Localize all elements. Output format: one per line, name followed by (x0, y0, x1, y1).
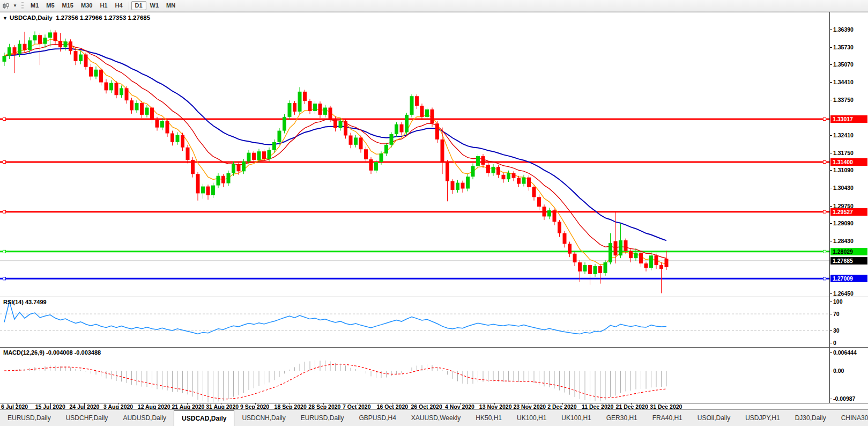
toolbar-drag-grip[interactable] (21, 2, 24, 10)
hline-handle[interactable] (3, 117, 6, 120)
price-axis-tick (830, 206, 832, 207)
timeframe-button-m5[interactable]: M5 (42, 1, 58, 10)
timeframe-button-d1[interactable]: D1 (131, 1, 146, 10)
window-menu-triangle-icon[interactable]: ▼ (3, 16, 8, 21)
hline-handle[interactable] (824, 160, 826, 163)
price-axis-tick-label: 1.30430 (833, 185, 854, 191)
candlestick-chart-icon[interactable] (1, 2, 11, 10)
candle-body-bull (323, 108, 327, 115)
candle-body-bear (614, 241, 618, 255)
candle-body-bull (257, 151, 261, 160)
ma-fast-line (4, 39, 666, 265)
timeframe-button-m30[interactable]: M30 (77, 1, 96, 10)
candle-body-bear (333, 119, 337, 128)
hline-handle[interactable] (3, 210, 6, 213)
candle-body-bear (89, 67, 93, 77)
candle-body-bull (160, 121, 164, 127)
symbol-tab-ger30-h1[interactable]: GER30,H1 (599, 410, 645, 426)
candle-body-bull (8, 47, 11, 56)
rsi-indicator-canvas[interactable] (0, 297, 829, 347)
candle-body-bull (507, 173, 510, 179)
hline-handle[interactable] (824, 277, 826, 280)
chart-type-dropdown-caret-icon[interactable]: ▼ (12, 3, 18, 8)
candle-body-bear (527, 178, 531, 187)
symbol-tab-dj30-daily[interactable]: DJ30,Daily (788, 410, 834, 426)
hline-1.29527[interactable] (0, 210, 829, 213)
macd-indicator-canvas[interactable] (0, 348, 829, 403)
symbol-tab-usdcad-daily[interactable]: USDCAD,Daily (174, 410, 234, 426)
symbol-tab-eurusd-daily[interactable]: EURUSD,Daily (293, 410, 352, 426)
symbol-tab-gbpusd-h4[interactable]: GBPUSD,H4 (351, 410, 403, 426)
hline-handle[interactable] (3, 160, 6, 163)
candle-body-bear (517, 178, 521, 184)
candle-body-bear (69, 41, 72, 51)
candle-body-bear (598, 266, 602, 273)
hline-handle[interactable] (824, 117, 826, 120)
candle-body-bull (384, 145, 388, 153)
rsi-line (4, 302, 666, 334)
symbol-tab-usdjpy-h1[interactable]: USDJPY,H1 (738, 410, 787, 426)
rsi-axis-tick (830, 330, 832, 331)
candle-body-bull (268, 150, 271, 159)
candle-body-bear (441, 139, 444, 162)
symbol-tab-fra40-h1[interactable]: FRA40,H1 (645, 410, 690, 426)
main-price-chart-canvas[interactable] (0, 12, 829, 297)
candle-body-bull (593, 266, 597, 274)
candle-body-bear (461, 183, 465, 189)
hline-handle[interactable] (824, 210, 826, 213)
candle-body-bull (313, 104, 317, 111)
toolbar-separator (129, 2, 129, 10)
symbol-tab-xauusd-weekly[interactable]: XAUUSD,Weekly (404, 410, 468, 426)
hline-handle[interactable] (824, 250, 826, 253)
hline-price-label: 1.29527 (830, 208, 867, 216)
symbol-tab-audusd-daily[interactable]: AUDUSD,Daily (115, 410, 174, 426)
hline-handle[interactable] (3, 277, 6, 280)
price-axis-tick (830, 170, 832, 171)
candle-body-bull (3, 56, 6, 62)
candle-body-bull (466, 177, 470, 188)
candlestick-chart-icon-svg (2, 2, 10, 10)
candle-body-bear (191, 160, 195, 174)
macd-axis-tick (830, 371, 832, 371)
timeframe-button-m1[interactable]: M1 (27, 1, 42, 10)
rsi-indicator-label: RSI(14) 43.7499 (3, 299, 47, 305)
symbol-tab-usdcnh-daily[interactable]: USDCNH,Daily (234, 410, 293, 426)
hline-1.28029[interactable] (0, 250, 829, 253)
timeframe-button-w1[interactable]: W1 (146, 1, 163, 10)
symbol-tab-uk100-h1[interactable]: UK100,H1 (509, 410, 554, 426)
candle-body-bear (369, 159, 373, 171)
candle-body-bear (105, 82, 108, 90)
candle-body-bear (400, 124, 404, 133)
price-axis-tick (830, 223, 832, 224)
symbol-tab-hk50-h1[interactable]: HK50,H1 (468, 410, 509, 426)
symbol-tab-eurusd-daily[interactable]: EURUSD,Daily (0, 410, 58, 426)
symbol-tab-uk100-h1[interactable]: UK100,H1 (554, 410, 598, 426)
chart-title: ▼USDCAD,Daily 1.27356 1.27966 1.27353 1.… (3, 14, 150, 21)
price-axis-tick-label: 1.36390 (833, 26, 854, 33)
candle-body-bull (456, 183, 459, 190)
symbol-tab-usoil-daily[interactable]: USOil,Daily (690, 410, 738, 426)
candle-body-bull (278, 131, 281, 142)
rsi-axis-tick-label: 0 (833, 340, 836, 346)
timeframe-button-mn[interactable]: MN (162, 1, 179, 10)
current-price-label: 1.27685 (830, 257, 867, 265)
hline-1.31400[interactable] (0, 160, 829, 163)
rsi-axis: 10070300 (829, 297, 868, 347)
timeframe-button-h1[interactable]: H1 (96, 1, 111, 10)
timeframe-button-h4[interactable]: H4 (111, 1, 126, 10)
hline-handle[interactable] (3, 250, 6, 253)
candle-body-bear (206, 187, 210, 195)
candle-body-bull (33, 35, 37, 40)
candle-body-bear (308, 101, 312, 111)
price-axis-tick (830, 153, 832, 153)
candle-body-bear (639, 253, 643, 263)
candle-body-bull (48, 32, 52, 38)
hline-1.27009[interactable] (0, 277, 829, 280)
candle-body-bull (354, 137, 358, 144)
timeframe-button-m15[interactable]: M15 (58, 1, 77, 10)
ma-mid-line (4, 45, 666, 259)
symbol-tab-usdchf-daily[interactable]: USDCHF,Daily (58, 410, 116, 426)
symbol-tab-china300-h1[interactable]: CHINA300,H1 (834, 410, 868, 426)
candle-body-bear (54, 32, 57, 41)
rsi-axis-tick-label: 70 (833, 311, 840, 317)
